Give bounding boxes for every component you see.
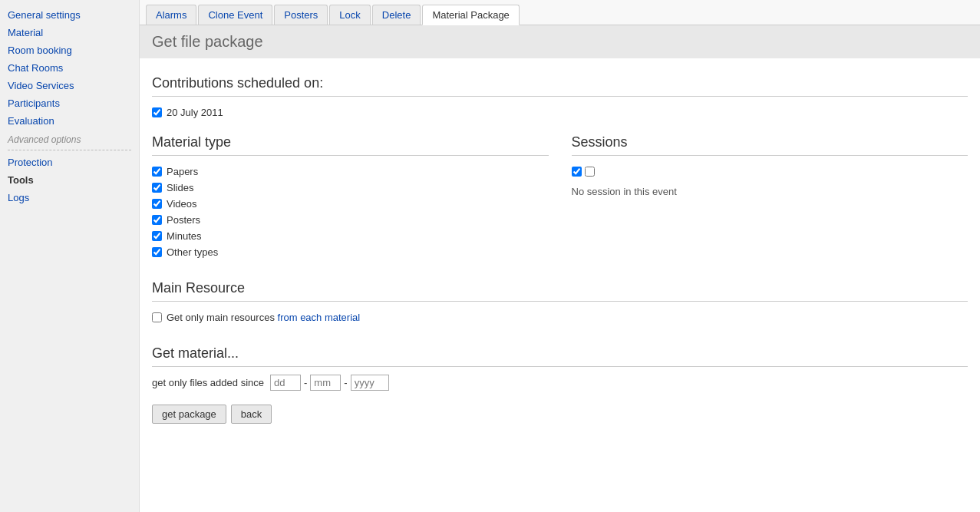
main-content: Alarms Clone Event Posters Lock Delete M… — [140, 0, 980, 512]
tab-alarms[interactable]: Alarms — [146, 5, 196, 25]
posters-label: Posters — [167, 214, 200, 226]
date-sep-2: - — [344, 377, 347, 388]
other-types-row: Other types — [152, 244, 549, 260]
date-mm-input[interactable] — [310, 375, 341, 391]
tab-lock[interactable]: Lock — [329, 5, 370, 25]
other-types-checkbox[interactable] — [152, 247, 162, 257]
slides-row: Slides — [152, 180, 549, 196]
main-resource-checkbox[interactable] — [152, 312, 162, 322]
back-button[interactable]: back — [231, 405, 272, 424]
session-checkbox-2[interactable] — [585, 167, 595, 177]
sidebar-item-logs[interactable]: Logs — [0, 189, 139, 206]
sidebar-item-protection[interactable]: Protection — [0, 154, 139, 171]
main-resource-title: Main Resource — [152, 273, 968, 299]
date-checkbox-row: 20 July 2011 — [152, 104, 968, 121]
get-package-button[interactable]: get package — [152, 405, 226, 424]
get-material-title: Get material... — [152, 338, 968, 365]
sidebar-item-material[interactable]: Material — [0, 24, 139, 41]
sidebar-separator — [8, 150, 131, 150]
get-material-section: Get material... get only files added sin… — [152, 338, 968, 391]
main-resource-label: Get only main resources from each materi… — [167, 312, 360, 323]
date-checkbox[interactable] — [152, 107, 162, 117]
slides-checkbox[interactable] — [152, 183, 162, 193]
tab-posters[interactable]: Posters — [274, 5, 328, 25]
tab-clone-event[interactable]: Clone Event — [198, 5, 272, 25]
two-col-section: Material type Papers Slides Videos Poste… — [152, 127, 968, 260]
contributions-divider — [152, 96, 968, 97]
sessions-divider — [572, 155, 968, 156]
videos-checkbox[interactable] — [152, 199, 162, 209]
session-checkbox-1[interactable] — [572, 167, 582, 177]
sidebar-item-general-settings[interactable]: General settings — [0, 6, 139, 24]
sidebar-item-room-booking[interactable]: Room booking — [0, 41, 139, 59]
sidebar-item-chat-rooms[interactable]: Chat Rooms — [0, 59, 139, 77]
date-since-row: get only files added since - - — [152, 375, 968, 391]
sidebar-item-tools[interactable]: Tools — [0, 171, 139, 189]
date-dd-input[interactable] — [270, 375, 301, 391]
videos-row: Videos — [152, 196, 549, 212]
sidebar-item-evaluation[interactable]: Evaluation — [0, 112, 139, 130]
main-resource-link[interactable]: from each material — [278, 312, 361, 323]
posters-checkbox[interactable] — [152, 215, 162, 225]
main-resource-section: Main Resource Get only main resources fr… — [152, 273, 968, 325]
papers-row: Papers — [152, 164, 549, 180]
sessions-col: Sessions No session in this event — [564, 127, 968, 260]
page-title: Get file package — [140, 25, 980, 58]
sidebar-item-video-services[interactable]: Video Services — [0, 77, 139, 94]
sessions-title: Sessions — [572, 127, 968, 154]
content-area: Contributions scheduled on: 20 July 2011… — [140, 68, 980, 439]
posters-row: Posters — [152, 212, 549, 228]
videos-label: Videos — [167, 198, 197, 210]
other-types-label: Other types — [167, 246, 218, 258]
main-resource-checkbox-row: Get only main resources from each materi… — [152, 309, 968, 325]
slides-label: Slides — [167, 182, 193, 193]
sidebar: General settings Material Room booking C… — [0, 0, 140, 512]
tab-material-package[interactable]: Material Package — [422, 5, 519, 25]
main-resource-divider — [152, 301, 968, 302]
material-type-divider — [152, 155, 549, 156]
sidebar-item-participants[interactable]: Participants — [0, 94, 139, 112]
papers-label: Papers — [167, 166, 198, 177]
minutes-row: Minutes — [152, 228, 549, 244]
papers-checkbox[interactable] — [152, 167, 162, 177]
get-material-divider — [152, 366, 968, 367]
date-sep-1: - — [304, 377, 307, 388]
contributions-scheduled-title: Contributions scheduled on: — [152, 68, 968, 94]
material-type-title: Material type — [152, 127, 549, 154]
button-row: get package back — [152, 405, 968, 424]
tabs-bar: Alarms Clone Event Posters Lock Delete M… — [140, 0, 980, 25]
material-type-col: Material type Papers Slides Videos Poste… — [152, 127, 564, 260]
advanced-options-label: Advanced options — [0, 130, 139, 147]
tab-delete[interactable]: Delete — [372, 5, 421, 25]
sessions-checkbox-row — [572, 164, 968, 180]
date-since-label: get only files added since — [152, 377, 264, 388]
minutes-checkbox[interactable] — [152, 231, 162, 241]
date-yyyy-input[interactable] — [351, 375, 389, 391]
no-session-text: No session in this event — [572, 186, 968, 197]
minutes-label: Minutes — [167, 230, 202, 242]
main-resource-label-prefix: Get only main resources — [167, 312, 278, 323]
date-checkbox-label: 20 July 2011 — [167, 107, 223, 118]
